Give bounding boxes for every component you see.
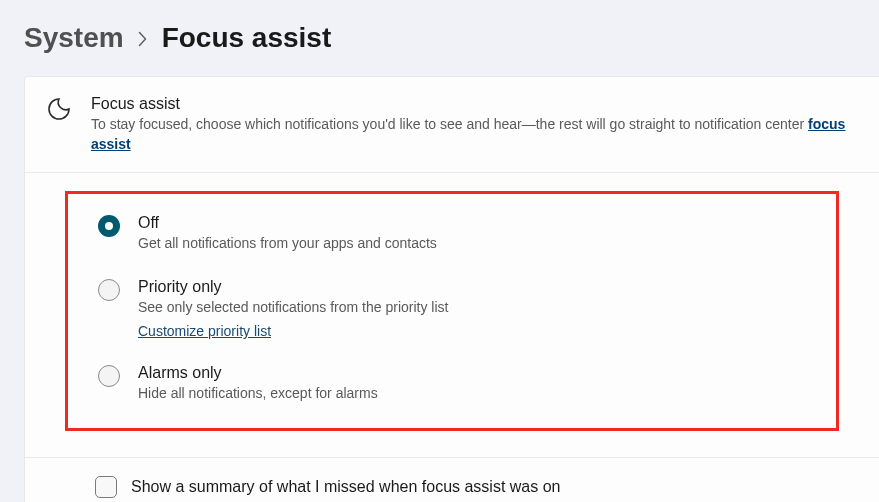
header-row: Focus assist To stay focused, choose whi…	[25, 77, 879, 173]
options-section: Off Get all notifications from your apps…	[25, 173, 879, 458]
header-description: To stay focused, choose which notificati…	[91, 115, 859, 154]
summary-checkbox[interactable]	[95, 476, 117, 498]
radio-title: Alarms only	[138, 364, 806, 382]
radio-button[interactable]	[98, 215, 120, 237]
radio-description: Hide all notifications, except for alarm…	[138, 384, 806, 404]
header-title: Focus assist	[91, 95, 859, 113]
radio-text: Priority only See only selected notifica…	[138, 278, 806, 341]
radio-text: Alarms only Hide all notifications, exce…	[138, 364, 806, 404]
radio-option-alarms[interactable]: Alarms only Hide all notifications, exce…	[98, 354, 806, 410]
summary-row[interactable]: Show a summary of what I missed when foc…	[25, 458, 879, 502]
breadcrumb-current: Focus assist	[162, 22, 332, 54]
radio-option-priority[interactable]: Priority only See only selected notifica…	[98, 268, 806, 355]
breadcrumb: System Focus assist	[0, 0, 879, 76]
radio-button[interactable]	[98, 365, 120, 387]
radio-button[interactable]	[98, 279, 120, 301]
header-text: Focus assist To stay focused, choose whi…	[91, 95, 859, 154]
breadcrumb-parent[interactable]: System	[24, 22, 124, 54]
radio-description: See only selected notifications from the…	[138, 298, 806, 318]
radio-description: Get all notifications from your apps and…	[138, 234, 806, 254]
radio-text: Off Get all notifications from your apps…	[138, 214, 806, 254]
summary-label: Show a summary of what I missed when foc…	[131, 478, 561, 496]
moon-icon	[47, 97, 71, 125]
header-desc-text: To stay focused, choose which notificati…	[91, 116, 808, 132]
chevron-right-icon	[138, 29, 148, 52]
radio-option-off[interactable]: Off Get all notifications from your apps…	[98, 204, 806, 268]
radio-title: Off	[138, 214, 806, 232]
customize-priority-link[interactable]: Customize priority list	[138, 323, 271, 339]
highlight-box: Off Get all notifications from your apps…	[65, 191, 839, 431]
radio-title: Priority only	[138, 278, 806, 296]
settings-card: Focus assist To stay focused, choose whi…	[24, 76, 879, 502]
